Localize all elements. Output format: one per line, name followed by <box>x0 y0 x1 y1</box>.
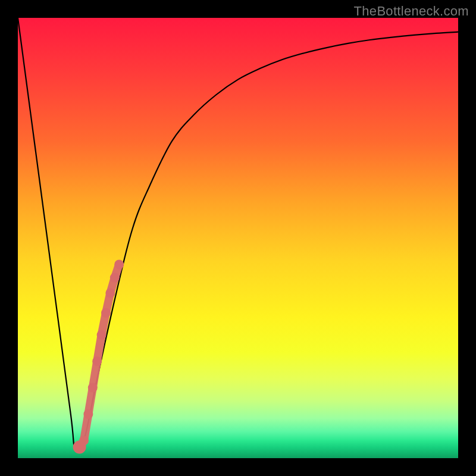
highlight-bead <box>105 289 115 298</box>
highlight-bead <box>92 356 102 366</box>
highlight-bead <box>110 273 120 283</box>
highlight-bead <box>83 409 93 419</box>
highlight-bead <box>97 330 107 340</box>
chart-svg <box>18 18 458 458</box>
watermark-text: TheBottleneck.com <box>354 4 469 19</box>
highlight-bead <box>101 308 111 318</box>
plot-area <box>18 18 458 458</box>
bottleneck-curve <box>18 18 458 452</box>
highlight-bead <box>88 383 98 393</box>
highlight-bead <box>79 436 89 445</box>
highlight-bead <box>114 259 124 269</box>
highlight-markers <box>73 259 124 453</box>
chart-frame: TheBottleneck.com <box>0 0 476 476</box>
